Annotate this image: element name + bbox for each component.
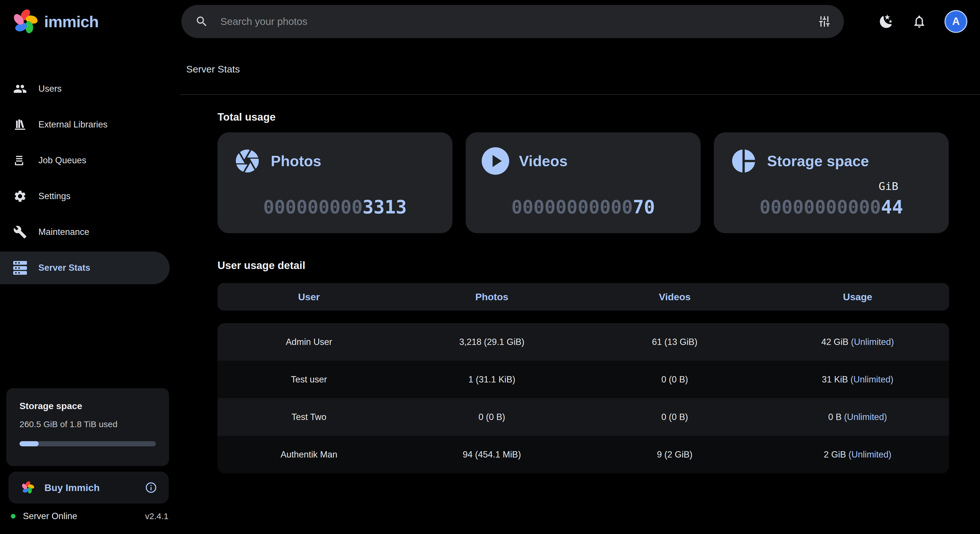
- card-label: Videos: [519, 153, 568, 170]
- usage-value: 2 GiB: [824, 450, 846, 459]
- table-row: Test Two 0 (0 B) 0 (0 B) 0 B (Unlimited): [218, 398, 949, 436]
- count-value: 44: [881, 197, 903, 218]
- cell-usage: 31 KiB (Unlimited): [766, 374, 949, 385]
- card-label: Photos: [271, 153, 321, 170]
- rack-bar: [13, 271, 27, 275]
- topbar-actions: A: [878, 0, 967, 43]
- user-usage-heading: User usage detail: [218, 259, 305, 272]
- sidebar-item-label: Settings: [38, 191, 70, 202]
- online-status-dot: [11, 514, 16, 518]
- count-padding: 00000000000: [511, 197, 633, 218]
- buy-immich-button[interactable]: Buy Immich: [9, 472, 169, 503]
- count-value: 3313: [363, 197, 407, 218]
- cell-photos: 3,218 (29.1 GiB): [400, 337, 583, 347]
- photos-count: 0000000003313: [218, 197, 452, 218]
- cell-photos: 0 (0 B): [400, 412, 583, 422]
- main-content: Server Stats Total usage Photos 00000000…: [172, 43, 980, 534]
- dark-mode-moon-icon[interactable]: [878, 14, 894, 29]
- server-version[interactable]: v2.4.1: [145, 511, 169, 521]
- sidebar-item-label: Server Stats: [38, 263, 90, 273]
- sidebar-item-label: Maintenance: [38, 227, 89, 237]
- videos-count: 0000000000070: [466, 197, 701, 218]
- storage-space-panel: Storage space 260.5 GiB of 1.8 TiB used: [6, 388, 169, 466]
- immich-flower-icon: [21, 481, 34, 494]
- info-icon[interactable]: [145, 481, 158, 494]
- notifications-bell-icon[interactable]: [912, 14, 927, 29]
- cell-videos: 0 (0 B): [584, 412, 766, 422]
- logo-text: immich: [44, 12, 99, 31]
- sidebar-item-maintenance[interactable]: Maintenance: [0, 216, 172, 248]
- server-status-row: Server Online v2.4.1: [9, 508, 169, 525]
- storage-pie-icon: [730, 147, 757, 175]
- immich-flower-logo: [13, 9, 38, 34]
- cell-user: Test user: [218, 374, 400, 385]
- external-libraries-icon: [13, 118, 27, 132]
- usage-quota: (Unlimited): [848, 450, 891, 459]
- count-value: 70: [633, 197, 655, 218]
- photos-card: Photos 0000000003313: [218, 132, 452, 233]
- storage-panel-title: Storage space: [19, 401, 156, 412]
- usage-value: 0 B: [828, 412, 842, 422]
- column-header-photos: Photos: [400, 291, 583, 302]
- storage-progress: [19, 441, 156, 447]
- cell-user: Test Two: [218, 412, 400, 422]
- column-header-videos: Videos: [584, 291, 766, 302]
- total-usage-cards: Photos 0000000003313 Videos 000000000007…: [218, 132, 949, 233]
- usage-quota: (Unlimited): [851, 374, 894, 385]
- cell-usage: 0 B (Unlimited): [766, 412, 949, 422]
- server-stats-icon: [13, 261, 27, 275]
- rack-bar: [13, 266, 27, 270]
- cell-usage: 42 GiB (Unlimited): [766, 337, 949, 347]
- cell-videos: 61 (13 GiB): [584, 337, 766, 347]
- search-bar[interactable]: [181, 5, 844, 38]
- sidebar-item-server-stats[interactable]: Server Stats: [0, 251, 170, 284]
- usage-table-body: Admin User 3,218 (29.1 GiB) 61 (13 GiB) …: [218, 323, 949, 473]
- videos-play-icon: [482, 147, 509, 175]
- cell-usage: 2 GiB (Unlimited): [766, 450, 949, 460]
- search-icon[interactable]: [195, 15, 208, 28]
- buy-immich-label: Buy Immich: [45, 482, 145, 493]
- cell-videos: 0 (0 B): [584, 374, 766, 385]
- storage-unit: GiB: [714, 180, 949, 192]
- top-bar: immich A: [0, 0, 980, 43]
- table-row: Admin User 3,218 (29.1 GiB) 61 (13 GiB) …: [218, 323, 949, 361]
- photos-aperture-icon: [234, 147, 261, 175]
- storage-progress-fill: [19, 441, 39, 447]
- card-label: Storage space: [767, 153, 869, 170]
- column-header-usage: Usage: [766, 291, 949, 302]
- usage-value: 42 GiB: [821, 337, 848, 347]
- sidebar-item-label: External Libraries: [38, 119, 107, 130]
- sidebar-item-label: Users: [38, 84, 62, 94]
- usage-value: 31 KiB: [822, 374, 848, 385]
- table-row: Test user 1 (31.1 KiB) 0 (0 B) 31 KiB (U…: [218, 361, 949, 398]
- rack-bar: [13, 261, 27, 265]
- search-input[interactable]: [220, 16, 818, 27]
- usage-quota: (Unlimited): [851, 337, 894, 347]
- sidebar-item-users[interactable]: Users: [0, 73, 172, 105]
- job-queues-icon: [13, 154, 27, 167]
- sidebar-nav: Users External Libraries Job Queues Sett…: [0, 43, 172, 284]
- count-padding: 000000000: [263, 197, 363, 218]
- immich-logo[interactable]: immich: [13, 0, 99, 43]
- count-padding: 00000000000: [760, 197, 881, 218]
- column-header-user: User: [218, 291, 400, 302]
- search-filter-tune-icon[interactable]: [818, 14, 831, 29]
- cell-photos: 94 (454.1 MiB): [400, 450, 583, 460]
- total-usage-heading: Total usage: [218, 111, 276, 123]
- cell-videos: 9 (2 GiB): [584, 450, 766, 460]
- sidebar-item-external-libraries[interactable]: External Libraries: [0, 108, 172, 141]
- user-avatar[interactable]: A: [945, 10, 967, 33]
- cell-user: Authentik Man: [218, 450, 400, 460]
- sidebar-item-settings[interactable]: Settings: [0, 180, 172, 213]
- storage-card: Storage space GiB 0000000000044: [714, 132, 949, 233]
- page-title: Server Stats: [186, 64, 240, 75]
- table-row: Authentik Man 94 (454.1 MiB) 9 (2 GiB) 2…: [218, 436, 949, 473]
- storage-panel-detail: 260.5 GiB of 1.8 TiB used: [19, 420, 156, 429]
- settings-gear-icon: [13, 189, 27, 203]
- videos-card: Videos 0000000000070: [466, 132, 701, 233]
- sidebar-item-label: Job Queues: [38, 155, 86, 165]
- sidebar-item-job-queues[interactable]: Job Queues: [0, 144, 172, 177]
- usage-quota: (Unlimited): [844, 412, 887, 422]
- cell-photos: 1 (31.1 KiB): [400, 374, 583, 385]
- sidebar: Users External Libraries Job Queues Sett…: [0, 43, 172, 534]
